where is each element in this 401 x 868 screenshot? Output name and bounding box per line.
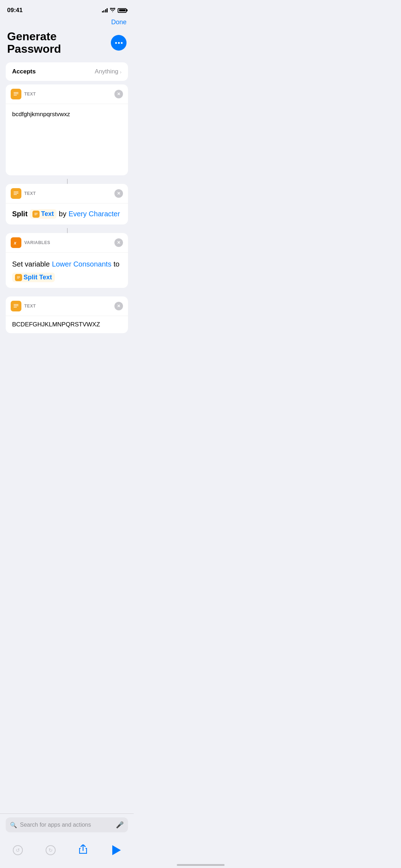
split-content: Split Text by Every Character <box>6 203 128 224</box>
accepts-value: Anything › <box>95 68 122 75</box>
accepts-card: Accepts Anything › <box>6 62 128 81</box>
svg-rect-6 <box>35 213 38 213</box>
block-header-left-3: x VARIABLES <box>11 237 50 248</box>
text-chip-label: Text <box>41 210 54 218</box>
block-header-left-4: TEXT <box>11 301 36 311</box>
signal-icon <box>102 8 108 12</box>
svg-rect-1 <box>14 94 19 94</box>
text-block-icon-2 <box>11 188 21 199</box>
split-text-chip-icon <box>15 274 22 281</box>
svg-rect-3 <box>14 192 19 192</box>
title-row: Generate Password <box>0 29 134 62</box>
header: Done <box>0 16 134 29</box>
page-title: Generate Password <box>7 30 111 55</box>
text-value-4: BCDEFGHJKLMNPQRSTVWXZ <box>12 321 100 328</box>
svg-rect-5 <box>14 195 17 195</box>
svg-rect-8 <box>35 215 37 215</box>
svg-rect-14 <box>14 306 19 306</box>
svg-text:x: x <box>14 241 17 246</box>
every-character-label: Every Character <box>68 210 120 218</box>
block-header-left-1: TEXT <box>11 89 36 99</box>
text-type-label-2: TEXT <box>24 191 36 196</box>
text-content-1: bcdfghjkmnpqrstvwxz <box>6 104 128 175</box>
wifi-icon <box>110 8 115 13</box>
variables-content: Set variable Lower Consonants to Split T… <box>6 253 128 288</box>
done-button[interactable]: Done <box>111 19 127 26</box>
status-bar: 09:41 <box>0 0 134 16</box>
text-card-2: TEXT Split Text by Every Character <box>6 184 128 224</box>
split-text-chip-label: Split Text <box>24 274 52 281</box>
more-button[interactable] <box>111 35 127 51</box>
svg-rect-13 <box>14 304 19 305</box>
text-block-icon-4 <box>11 301 21 311</box>
more-dots-icon <box>115 42 123 44</box>
svg-rect-0 <box>14 92 19 93</box>
variables-block-icon: x <box>11 237 21 248</box>
text-chip[interactable]: Text <box>30 209 57 219</box>
text-chip-icon <box>32 211 40 218</box>
connector-2 <box>0 228 134 233</box>
close-button-4[interactable] <box>114 302 123 310</box>
close-button-3[interactable] <box>114 238 123 247</box>
svg-rect-7 <box>35 214 38 214</box>
accepts-row[interactable]: Accepts Anything › <box>6 62 128 81</box>
block-header-1: TEXT <box>6 84 128 104</box>
text-block-icon-1 <box>11 89 21 99</box>
svg-rect-10 <box>17 276 20 277</box>
connector-1 <box>0 179 134 184</box>
chevron-right-icon: › <box>120 69 122 75</box>
text-type-label-4: TEXT <box>24 304 36 309</box>
variables-card: x VARIABLES Set variable Lower Consonant… <box>6 233 128 288</box>
text-type-label-1: TEXT <box>24 92 36 97</box>
block-header-4: TEXT <box>6 296 128 316</box>
status-icons <box>102 8 127 13</box>
set-variable-row: Set variable Lower Consonants to <box>12 258 122 270</box>
to-label: to <box>113 258 119 270</box>
block-header-3: x VARIABLES <box>6 233 128 253</box>
split-text-chip[interactable]: Split Text <box>12 273 55 282</box>
text-value-1: bcdfghjkmnpqrstvwxz <box>12 111 70 118</box>
block-header-2: TEXT <box>6 184 128 203</box>
svg-rect-2 <box>14 95 17 96</box>
status-time: 09:41 <box>7 7 22 14</box>
by-label: by <box>59 210 66 218</box>
variable-name[interactable]: Lower Consonants <box>52 258 112 270</box>
variables-type-label: VARIABLES <box>24 240 50 245</box>
text-card-1: TEXT bcdfghjkmnpqrstvwxz <box>6 84 128 175</box>
partial-text-4: BCDEFGHJKLMNPQRSTVWXZ <box>6 316 128 333</box>
set-label: Set variable <box>12 258 50 270</box>
text-card-4: TEXT BCDEFGHJKLMNPQRSTVWXZ <box>6 296 128 333</box>
close-button-2[interactable] <box>114 189 123 198</box>
close-button-1[interactable] <box>114 90 123 98</box>
accepts-label: Accepts <box>12 68 36 75</box>
svg-rect-12 <box>17 278 19 278</box>
block-header-left-2: TEXT <box>11 188 36 199</box>
svg-rect-4 <box>14 193 19 194</box>
svg-rect-15 <box>14 307 17 308</box>
split-label: Split <box>12 210 27 218</box>
svg-rect-11 <box>17 277 20 278</box>
battery-icon <box>118 8 127 13</box>
